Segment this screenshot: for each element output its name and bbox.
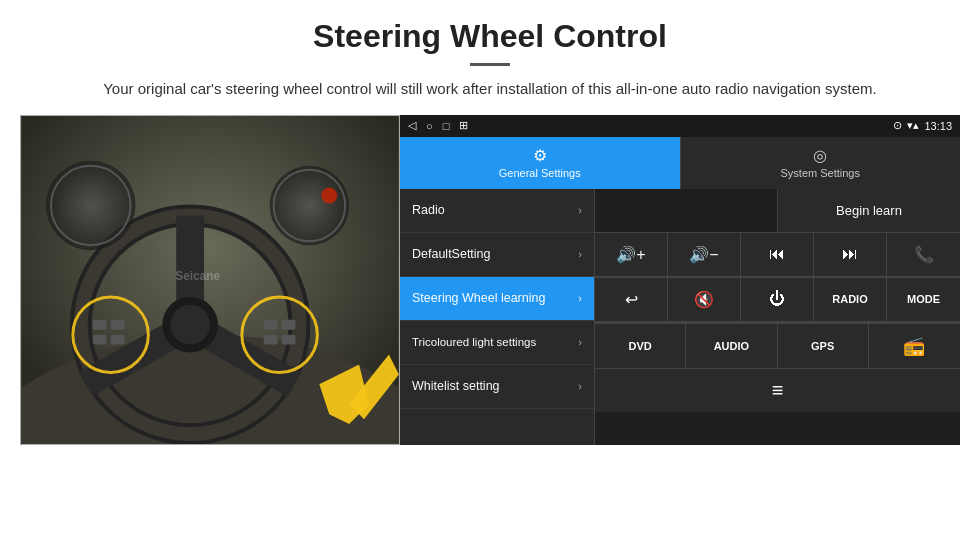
right-panel: Begin learn 🔊+ 🔊− ⏮ — [595, 189, 960, 445]
car-image: Seicane — [20, 115, 400, 445]
svg-rect-17 — [264, 334, 278, 344]
chevron-whitelist: › — [578, 380, 582, 392]
back-nav[interactable]: ◁ — [408, 119, 416, 132]
page-subtitle: Your original car's steering wheel contr… — [20, 78, 960, 101]
chevron-default: › — [578, 248, 582, 260]
square-nav[interactable]: □ — [443, 120, 450, 132]
vol-up-button[interactable]: 🔊+ — [595, 233, 668, 277]
svg-point-19 — [46, 160, 135, 249]
content-row: Seicane ◁ ○ □ ⊞ ⊙ ▾▴ 13:13 — [20, 115, 960, 445]
ui-panel: ◁ ○ □ ⊞ ⊙ ▾▴ 13:13 ⚙ General Settings — [400, 115, 960, 445]
svg-rect-15 — [264, 319, 278, 329]
dvd-label: DVD — [629, 340, 652, 352]
title-divider — [470, 63, 510, 66]
bottom-row: DVD AUDIO GPS 📻 — [595, 323, 960, 368]
svg-rect-11 — [93, 319, 107, 329]
menu-item-radio[interactable]: Radio › — [400, 189, 594, 233]
car-svg: Seicane — [21, 116, 399, 444]
menu-item-default[interactable]: DefaultSetting › — [400, 233, 594, 277]
svg-rect-14 — [111, 334, 125, 344]
prev-track-icon: ⏮ — [769, 245, 785, 263]
mute-button[interactable]: 🔇 — [668, 278, 741, 322]
right-top-empty — [595, 189, 778, 232]
time-display: 13:13 — [924, 120, 952, 132]
menu-icon: ≡ — [772, 379, 784, 402]
control-grid-row1: 🔊+ 🔊− ⏮ ⏭ 📞 — [595, 233, 960, 278]
vol-down-button[interactable]: 🔊− — [668, 233, 741, 277]
menu-item-tricoloured[interactable]: Tricoloured light settings › — [400, 321, 594, 365]
control-grid-row2: ↩ 🔇 ⏻ RADIO MODE — [595, 278, 960, 323]
gps-label: GPS — [811, 340, 834, 352]
prev-track-button[interactable]: ⏮ — [741, 233, 814, 277]
svg-text:Seicane: Seicane — [175, 269, 220, 283]
phone-icon: 📞 — [914, 245, 934, 264]
signal-icon: ▾▴ — [907, 119, 919, 132]
page-title: Steering Wheel Control — [20, 18, 960, 55]
radio-label: RADIO — [832, 293, 867, 305]
system-settings-icon: ◎ — [813, 146, 827, 165]
grid-nav[interactable]: ⊞ — [459, 119, 468, 132]
mode-label: MODE — [907, 293, 940, 305]
radio2-button[interactable]: 📻 — [869, 324, 960, 368]
vol-down-icon: 🔊− — [689, 245, 718, 264]
next-track-icon: ⏭ — [842, 245, 858, 263]
next-track-button[interactable]: ⏭ — [814, 233, 887, 277]
svg-rect-12 — [111, 319, 125, 329]
svg-rect-13 — [93, 334, 107, 344]
tab-bar: ⚙ General Settings ◎ System Settings — [400, 137, 960, 189]
gps-button[interactable]: GPS — [778, 324, 869, 368]
tab-general-settings[interactable]: ⚙ General Settings — [400, 137, 680, 189]
svg-rect-16 — [282, 319, 296, 329]
status-bar-info: ⊙ ▾▴ 13:13 — [893, 119, 952, 132]
vol-up-icon: 🔊+ — [616, 245, 645, 264]
power-button[interactable]: ⏻ — [741, 278, 814, 322]
svg-point-8 — [170, 304, 210, 344]
back-button[interactable]: ↩ — [595, 278, 668, 322]
menu-button[interactable]: ≡ — [595, 369, 960, 412]
right-top-row: Begin learn — [595, 189, 960, 233]
chevron-radio: › — [578, 204, 582, 216]
chevron-steering: › — [578, 292, 582, 304]
begin-learn-button[interactable]: Begin learn — [778, 189, 960, 232]
tab-system-label: System Settings — [781, 167, 860, 179]
power-icon: ⏻ — [769, 290, 785, 308]
audio-label: AUDIO — [714, 340, 749, 352]
status-bar-nav: ◁ ○ □ ⊞ — [408, 119, 468, 132]
menu-item-whitelist[interactable]: Whitelist setting › — [400, 365, 594, 409]
svg-rect-18 — [282, 334, 296, 344]
page-container: Steering Wheel Control Your original car… — [0, 0, 980, 455]
mute-icon: 🔇 — [694, 290, 714, 309]
dvd-button[interactable]: DVD — [595, 324, 686, 368]
left-menu: Radio › DefaultSetting › Steering Wheel … — [400, 189, 595, 445]
location-icon: ⊙ — [893, 119, 902, 132]
tab-general-label: General Settings — [499, 167, 581, 179]
svg-point-21 — [270, 165, 350, 245]
audio-button[interactable]: AUDIO — [686, 324, 777, 368]
general-settings-icon: ⚙ — [533, 146, 547, 165]
menu-item-steering[interactable]: Steering Wheel learning › — [400, 277, 594, 321]
radio-button[interactable]: RADIO — [814, 278, 887, 322]
home-nav[interactable]: ○ — [426, 120, 433, 132]
mode-button[interactable]: MODE — [887, 278, 960, 322]
phone-button[interactable]: 📞 — [887, 233, 960, 277]
tab-system-settings[interactable]: ◎ System Settings — [680, 137, 961, 189]
main-area: Radio › DefaultSetting › Steering Wheel … — [400, 189, 960, 445]
radio2-icon: 📻 — [903, 335, 925, 357]
back-icon: ↩ — [625, 290, 638, 309]
status-bar: ◁ ○ □ ⊞ ⊙ ▾▴ 13:13 — [400, 115, 960, 137]
chevron-tricoloured: › — [578, 336, 582, 348]
last-row: ≡ — [595, 368, 960, 412]
svg-point-23 — [321, 187, 337, 203]
